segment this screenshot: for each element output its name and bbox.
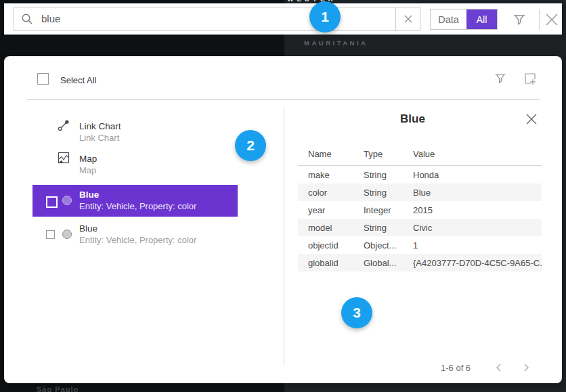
- list-item-blue2-subtitle: Entity: Vehicle, Property: color: [79, 235, 196, 245]
- app-screen: WESTER MAURITANIA São Paulo blue Data Al…: [0, 0, 566, 392]
- search-query-text: blue: [41, 13, 60, 24]
- link-chart-icon: [57, 118, 70, 135]
- cell-name: objectid: [298, 236, 364, 254]
- search-toolbar: blue Data All: [4, 3, 562, 35]
- table-row[interactable]: year Integer 2015: [298, 201, 542, 219]
- map-label-sao-paulo: São Paulo: [37, 385, 79, 392]
- toolbar-divider: [539, 9, 540, 30]
- cell-value: Blue: [413, 183, 542, 201]
- scope-data-button[interactable]: Data: [431, 9, 466, 29]
- cell-type: Global...: [364, 254, 413, 271]
- cell-value: 2015: [413, 201, 542, 219]
- list-item-link-chart-title[interactable]: Link Chart: [79, 121, 121, 131]
- list-item-map-title[interactable]: Map: [79, 154, 97, 164]
- annotation-badge-1: 1: [309, 1, 341, 32]
- scope-toggle: Data All: [430, 9, 498, 30]
- table-header-row: Name Type Value: [298, 146, 542, 166]
- annotation-badge-2: 2: [235, 130, 266, 161]
- entity-circle-icon: [62, 230, 72, 239]
- annotation-badge-3: 3: [341, 297, 372, 328]
- cell-name: year: [298, 201, 364, 219]
- cell-name: model: [298, 219, 364, 236]
- blue-unselected-checkbox[interactable]: [46, 230, 55, 239]
- list-item-blue-title[interactable]: Blue: [79, 190, 99, 200]
- add-to-selection-icon[interactable]: [523, 71, 538, 89]
- filter-icon[interactable]: [511, 12, 527, 30]
- search-input[interactable]: blue: [14, 7, 420, 31]
- list-item-blue2-title[interactable]: Blue: [79, 223, 97, 234]
- cell-value: Honda: [413, 166, 542, 184]
- select-all-label: Select All: [60, 75, 96, 85]
- entity-circle-icon: [62, 196, 72, 205]
- search-close-icon[interactable]: [543, 11, 561, 31]
- column-header-type: Type: [364, 146, 413, 166]
- cell-name: globalid: [298, 254, 364, 271]
- table-row[interactable]: color String Blue: [298, 183, 542, 201]
- cell-value: Civic: [413, 219, 542, 236]
- cell-type: String: [364, 219, 413, 236]
- select-all-checkbox[interactable]: [37, 73, 49, 85]
- map-icon: [57, 151, 70, 167]
- table-row[interactable]: make String Honda: [298, 166, 542, 184]
- search-clear-button[interactable]: [395, 7, 420, 30]
- cell-type: String: [364, 166, 413, 184]
- blue-selected-checkbox[interactable]: [46, 196, 58, 208]
- list-item-blue-subtitle: Entity: Vehicle, Property: color: [79, 201, 196, 211]
- map-label-mauritania: MAURITANIA: [304, 39, 368, 47]
- cell-value: {A4203777-D70D-4C5C-9A65-C...: [413, 254, 542, 271]
- chevron-right-icon[interactable]: [521, 363, 531, 375]
- table-row[interactable]: model String Civic: [298, 219, 542, 236]
- cell-value: 1: [413, 236, 542, 254]
- cell-type: Integer: [364, 201, 413, 219]
- detail-title: Blue: [284, 112, 542, 126]
- table-row[interactable]: objectid Object... 1: [298, 236, 542, 254]
- detail-close-icon[interactable]: [525, 113, 538, 128]
- attribute-table: Name Type Value make String Honda color …: [298, 146, 542, 271]
- header-divider: [27, 100, 540, 100]
- pagination-label: 1-6 of 6: [441, 363, 471, 373]
- cell-name: make: [298, 166, 364, 184]
- list-item-map-subtitle: Map: [79, 165, 96, 175]
- search-icon: [21, 13, 33, 28]
- cell-type: String: [364, 183, 413, 201]
- chevron-left-icon[interactable]: [494, 363, 504, 375]
- list-item-link-chart-subtitle: Link Chart: [79, 133, 119, 143]
- list-detail-divider: [284, 108, 284, 366]
- column-header-value: Value: [413, 146, 542, 166]
- scope-all-button[interactable]: All: [466, 9, 497, 29]
- cell-type: Object...: [364, 236, 413, 254]
- results-filter-icon[interactable]: [493, 71, 508, 89]
- cell-name: color: [298, 183, 364, 201]
- column-header-name: Name: [298, 146, 364, 166]
- search-results-panel: Select All Link Chart Link Chart Map Map…: [4, 56, 562, 383]
- table-row[interactable]: globalid Global... {A4203777-D70D-4C5C-9…: [298, 254, 542, 271]
